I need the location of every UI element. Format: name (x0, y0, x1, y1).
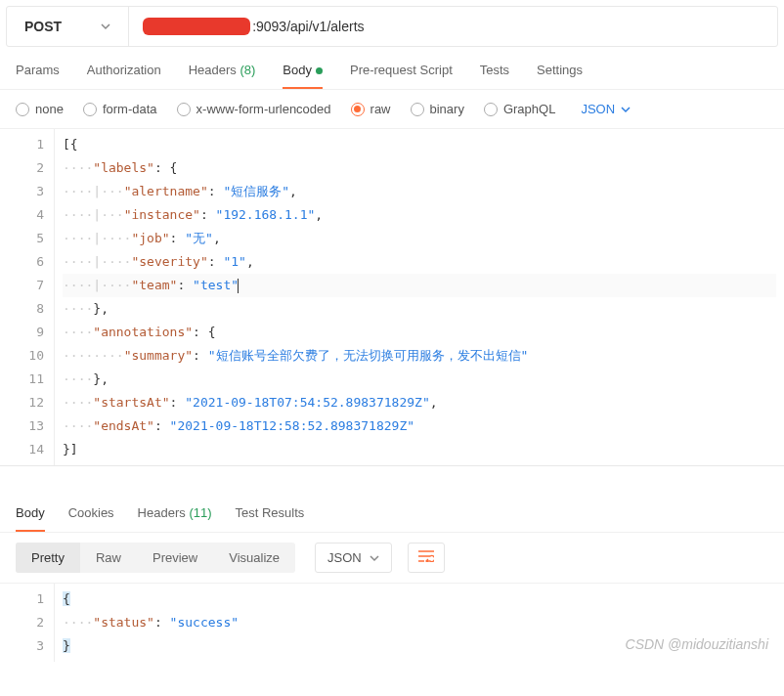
tab-prerequest[interactable]: Pre-request Script (350, 63, 453, 89)
radio-none[interactable]: none (16, 102, 64, 116)
request-body-editor[interactable]: 1234567891011121314 [{ ····"labels": { ·… (0, 129, 784, 466)
body-type-row: none form-data x-www-form-urlencoded raw… (0, 90, 784, 129)
response-tabs: Body Cookies Headers (11) Test Results (0, 492, 784, 533)
resp-tab-body[interactable]: Body (16, 505, 45, 532)
editor-gutter: 123 (0, 584, 55, 662)
watermark: CSDN @midouzitianshi (626, 636, 768, 652)
request-tabs: Params Authorization Headers (8) Body Pr… (0, 53, 784, 90)
radio-urlencoded[interactable]: x-www-form-urlencoded (177, 102, 331, 116)
chevron-down-icon (621, 105, 631, 114)
response-view-group: Pretty Raw Preview Visualize (16, 543, 295, 573)
tab-params[interactable]: Params (16, 63, 60, 89)
method-selector[interactable]: POST (7, 7, 129, 46)
resp-tab-tests[interactable]: Test Results (236, 505, 305, 532)
wrap-lines-button[interactable] (408, 543, 445, 573)
resp-tab-cookies[interactable]: Cookies (68, 505, 114, 532)
response-format-selector[interactable]: JSON (315, 543, 392, 573)
response-toolbar: Pretty Raw Preview Visualize JSON (0, 533, 784, 584)
raw-format-selector[interactable]: JSON (581, 102, 631, 116)
url-input[interactable]: :9093/api/v1/alerts (129, 7, 777, 46)
method-label: POST (24, 19, 62, 34)
url-suffix: :9093/api/v1/alerts (252, 19, 364, 34)
tab-settings[interactable]: Settings (537, 63, 583, 89)
chevron-down-icon (101, 22, 110, 31)
tab-authorization[interactable]: Authorization (87, 63, 161, 89)
radio-formdata[interactable]: form-data (83, 102, 157, 116)
tab-tests[interactable]: Tests (480, 63, 509, 89)
redacted-host (143, 18, 250, 35)
view-pretty[interactable]: Pretty (16, 543, 80, 573)
view-visualize[interactable]: Visualize (213, 543, 295, 573)
radio-binary[interactable]: binary (411, 102, 464, 116)
tab-headers[interactable]: Headers (8) (189, 63, 256, 89)
text-cursor (238, 279, 239, 293)
resp-tab-headers[interactable]: Headers (11) (138, 505, 212, 532)
view-preview[interactable]: Preview (137, 543, 213, 573)
radio-graphql[interactable]: GraphQL (484, 102, 555, 116)
request-line: POST :9093/api/v1/alerts (6, 6, 778, 47)
chevron-down-icon (370, 553, 379, 563)
view-raw[interactable]: Raw (80, 543, 137, 573)
tab-body[interactable]: Body (283, 63, 323, 89)
radio-raw[interactable]: raw (351, 102, 391, 116)
wrap-icon (418, 550, 434, 562)
body-changed-dot (316, 67, 323, 74)
editor-gutter: 1234567891011121314 (0, 129, 55, 465)
